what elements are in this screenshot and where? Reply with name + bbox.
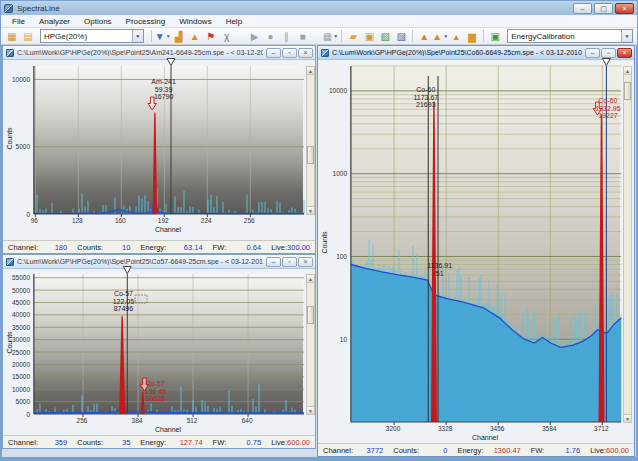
marker-flag-icon[interactable]: ⚑ (203, 29, 219, 44)
y-axis-tick-label: 1000 (321, 170, 347, 177)
plot-body: Am-241 59.39 16790 050001000096128160192… (3, 60, 315, 240)
peak-double-icon[interactable]: ▲▼ (432, 29, 448, 44)
save-icon[interactable]: ▣ (361, 29, 377, 44)
export-image-icon[interactable]: ▧ (377, 29, 393, 44)
spectrum-plot[interactable]: Co-60 1173.67 21693Co-60 1332.95 1922711… (350, 66, 620, 422)
app-icon (4, 4, 13, 13)
calibration-select[interactable]: EnergyCalibration▼ (507, 29, 633, 43)
menu-item-windows[interactable]: Windows (172, 16, 218, 27)
plot-vertical-scrollbar[interactable]: ▲▼ (306, 274, 315, 415)
scroll-down-icon[interactable]: ▼ (624, 414, 631, 422)
acquisition-grid-icon[interactable]: ▦▼ (322, 29, 338, 44)
child-close-button[interactable]: × (298, 257, 313, 267)
y-axis-tick-label: 10000 (321, 87, 347, 94)
child-title: C:\Lum\Work\GP\HPGe(20%)\Spe\Point25\Am2… (17, 49, 263, 56)
stop-icon[interactable]: ■ (295, 29, 311, 44)
menu-item-help[interactable]: Help (219, 16, 249, 27)
status-channel-value: 359 (55, 438, 68, 447)
status-counts-label: Counts: (393, 446, 419, 455)
plot-body: Co-60 1173.67 21693Co-60 1332.95 1922711… (318, 60, 634, 443)
peak-roi-icon[interactable]: ▲ (416, 29, 432, 44)
pause-icon[interactable]: ∥ (279, 29, 295, 44)
app-close-button[interactable]: × (615, 3, 634, 14)
peak-fit-icon[interactable]: ▴ (448, 29, 464, 44)
child-minimize-button[interactable]: – (266, 48, 281, 58)
copy-image-icon[interactable]: ▨ (393, 29, 409, 44)
y-axis-tick-label: 5000 (4, 398, 30, 405)
child-title: C:\Lum\Work\GP\HPGe(20%)\Spe\Point25\Co6… (332, 49, 582, 56)
peak-search-icon[interactable]: ▲ (187, 29, 203, 44)
fit-icon[interactable]: χ (219, 29, 235, 44)
plot-vertical-scrollbar[interactable]: ▲▼ (623, 66, 632, 423)
x-axis-tick-label: 3328 (425, 425, 465, 432)
x-axis-tick-label: 192 (143, 217, 183, 224)
child-minimize-button[interactable]: – (585, 48, 600, 58)
detector-select-value: HPGe(20%) (41, 32, 132, 41)
menu-item-options[interactable]: Options (77, 16, 119, 27)
x-axis-label: Channel (350, 434, 620, 441)
play-icon[interactable]: ▶ (247, 29, 263, 44)
app-minimize-button[interactable]: – (573, 3, 592, 14)
y-axis-tick-label: 10000 (4, 386, 30, 393)
child-minimize-button[interactable]: – (266, 257, 281, 267)
child-close-button[interactable]: × (298, 48, 313, 58)
status-live-value: 300.00 (287, 243, 310, 252)
y-axis-label: Counts (321, 213, 328, 273)
menu-item-processing[interactable]: Processing (119, 16, 173, 27)
chevron-down-icon: ▼ (333, 29, 338, 44)
scroll-down-icon[interactable]: ▼ (307, 206, 314, 214)
datasheet-icon[interactable]: ▤ (20, 29, 36, 44)
histogram-icon[interactable]: ▟ (171, 29, 187, 44)
status-energy-label: Energy: (140, 243, 166, 252)
menu-item-file[interactable]: File (5, 16, 32, 27)
status-counts-label: Counts: (77, 438, 103, 447)
child-restore-button[interactable]: ▫ (282, 257, 297, 267)
scroll-up-icon[interactable]: ▲ (624, 67, 631, 75)
scrollbar-thumb[interactable] (307, 146, 314, 164)
x-axis-tick-label: 640 (227, 417, 267, 424)
spectrum-plot[interactable]: Co-57 122.05 87496Co-57 136.45 10625 (33, 274, 303, 414)
status-live-value: 600.00 (606, 446, 629, 455)
peak-label: Co-57 122.05 87496 (113, 290, 134, 313)
status-fw-value: 1.76 (566, 446, 581, 455)
spectrum-file-icon (321, 49, 329, 57)
y-axis-tick-label: 10 (321, 336, 347, 343)
app-maximize-button[interactable]: ▢ (594, 3, 613, 14)
record-icon[interactable]: ● (263, 29, 279, 44)
status-energy-value: 1360.47 (494, 446, 521, 455)
child-title: C:\Lum\Work\GP\HPGe(20%)\Spe\Point25\Co5… (17, 258, 263, 265)
calibration-icon[interactable]: ▣ (487, 29, 503, 44)
child-titlebar[interactable]: C:\Lum\Work\GP\HPGe(20%)\Spe\Point25\Am2… (3, 46, 315, 60)
child-restore-button[interactable]: ▫ (601, 48, 616, 58)
scroll-up-icon[interactable]: ▲ (307, 67, 314, 75)
child-close-button[interactable]: × (617, 48, 632, 58)
app-titlebar[interactable]: SpectraLine – ▢ × (1, 1, 637, 15)
spectrum-plot[interactable]: Am-241 59.39 16790 (33, 66, 303, 214)
child-titlebar[interactable]: C:\Lum\Work\GP\HPGe(20%)\Spe\Point25\Co5… (3, 255, 315, 269)
scroll-down-icon[interactable]: ▼ (307, 406, 314, 414)
status-energy-value: 127.74 (180, 438, 203, 447)
scrollbar-thumb[interactable] (307, 306, 314, 324)
y-axis-tick-label: 0 (4, 411, 30, 418)
plot-vertical-scrollbar[interactable]: ▲▼ (306, 66, 315, 215)
child-restore-button[interactable]: ▫ (282, 48, 297, 58)
open-folder-icon[interactable]: ▰ (345, 29, 361, 44)
spectrum-file-icon (6, 258, 14, 266)
scrollbar-thumb[interactable] (624, 82, 631, 100)
menu-item-analyzer[interactable]: Analyzer (32, 16, 77, 27)
y-axis-label: Counts (6, 109, 13, 169)
detector-select[interactable]: HPGe(20%)▼ (40, 29, 144, 43)
chevron-down-icon[interactable]: ▼ (621, 30, 632, 42)
child-titlebar[interactable]: C:\Lum\Work\GP\HPGe(20%)\Spe\Point25\Co6… (318, 46, 634, 60)
funnel-icon[interactable]: ▼▼ (155, 29, 171, 44)
peak-area-icon[interactable]: ▆ (464, 29, 480, 44)
x-axis-tick-label: 224 (186, 217, 226, 224)
application-window: SpectraLine – ▢ × FileAnalyzerOptionsPro… (0, 0, 638, 461)
x-axis-label: Channel (33, 426, 303, 433)
chevron-down-icon[interactable]: ▼ (132, 30, 143, 42)
peak-label: Co-60 1332.95 19227 (595, 97, 620, 120)
scroll-up-icon[interactable]: ▲ (307, 275, 314, 283)
toolbar-separator (151, 30, 152, 42)
mdi-workspace: C:\Lum\Work\GP\HPGe(20%)\Spe\Point25\Am2… (2, 45, 636, 457)
cascade-windows-icon[interactable]: ▦ (4, 29, 20, 44)
